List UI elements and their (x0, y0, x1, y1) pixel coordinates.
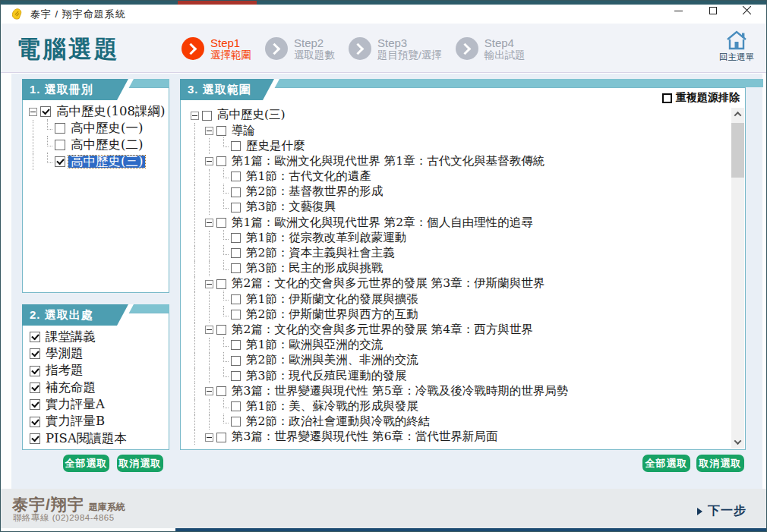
tree-checkbox[interactable] (216, 386, 226, 396)
tree-node-label[interactable]: 第3節：民主的形成與挑戰 (244, 263, 385, 275)
checkbox-item[interactable]: 補充命題 (30, 379, 166, 396)
minus-box-icon[interactable] (29, 108, 37, 116)
checkbox-item[interactable]: 實力評量B (30, 413, 166, 430)
tree-node-label[interactable]: 第2節：資本主義與社會主義 (244, 247, 397, 260)
tree-node-label[interactable]: 第2節：政治社會運動與冷戰的終結 (244, 416, 432, 428)
tree-row[interactable]: 第1節：歐洲與亞洲的交流 (191, 338, 745, 353)
minus-box-icon[interactable] (205, 387, 213, 395)
tree-row[interactable]: 第3篇：世界變遷與現代性 第5章：冷戰及後冷戰時期的世界局勢 (191, 383, 745, 398)
tree-row[interactable]: 第1篇：歐洲文化與現代世界 第2章：個人自由理性的追尋 (191, 215, 745, 230)
source-checkbox[interactable] (30, 433, 40, 444)
home-button[interactable]: 回主選單 (715, 30, 759, 63)
tree-checkbox[interactable] (231, 187, 241, 197)
tree-checkbox[interactable] (202, 111, 212, 121)
tree-row[interactable]: 第1節：伊斯蘭文化的發展與擴張 (191, 291, 745, 307)
tree-node-label[interactable]: 第1節：從宗教改革到啟蒙運動 (244, 232, 409, 244)
tree-node-label[interactable]: 第1篇：歐洲文化與現代世界 第2章：個人自由理性的追尋 (229, 217, 535, 229)
tree-row[interactable]: 第1節：古代文化的遺產 (191, 169, 745, 184)
checkbox-item[interactable]: PISA閱讀題本 (30, 430, 166, 447)
tree-node-label[interactable]: 第3篇：世界變遷與現代性 第6章：當代世界新局面 (229, 431, 500, 443)
tree-checkbox[interactable] (231, 401, 241, 411)
tree-node-label[interactable]: 第1節：伊斯蘭文化的發展與擴張 (244, 294, 421, 306)
checkbox-item[interactable]: 課堂講義 (30, 329, 166, 345)
tree-checkbox[interactable] (216, 325, 226, 335)
tree-checkbox[interactable] (231, 248, 241, 258)
tree-checkbox[interactable] (231, 356, 241, 366)
tree-row[interactable]: 第2節：伊斯蘭世界與西方的互動 (191, 307, 745, 322)
tree-checkbox[interactable] (216, 279, 226, 289)
tree-row[interactable]: 第3篇：世界變遷與現代性 第6章：當代世界新局面 (191, 430, 745, 445)
tree-row[interactable]: 第3節：文藝復興 (191, 200, 745, 215)
tree-node-label[interactable]: 第1節：歐洲與亞洲的交流 (244, 339, 385, 351)
tree-node-label[interactable]: 第3節：現代反殖民運動的發展 (244, 370, 409, 382)
tree-row[interactable]: 歷史是什麼 (191, 138, 745, 153)
tree-checkbox[interactable] (216, 126, 226, 136)
minus-box-icon[interactable] (205, 219, 213, 227)
checkbox-item[interactable]: 實力評量A (30, 396, 166, 413)
tree-node-label[interactable]: 第3篇：世界變遷與現代性 第5章：冷戰及後冷戰時期的世界局勢 (229, 386, 570, 398)
scroll-up-button[interactable] (731, 108, 744, 121)
tree-row[interactable]: 高中歷史(三) (191, 108, 745, 123)
tree-checkbox[interactable] (231, 371, 241, 381)
source-checkbox[interactable] (30, 366, 40, 376)
minus-box-icon[interactable] (205, 433, 213, 442)
tree-node-label[interactable]: 高中歷史(二) (68, 139, 145, 152)
tree-row[interactable]: 高中歷史(二) (29, 137, 169, 153)
tree-node-label[interactable]: 高中歷史(三) (68, 156, 145, 168)
tree-node-label[interactable]: 導論 (229, 125, 257, 137)
tree-checkbox[interactable] (55, 140, 65, 150)
tree-checkbox[interactable] (231, 417, 241, 427)
minus-box-icon[interactable] (191, 112, 199, 120)
minus-box-icon[interactable] (205, 157, 213, 165)
tree-row[interactable]: 第1節：從宗教改革到啟蒙運動 (191, 231, 745, 246)
sources-select-all-button[interactable]: 全部選取 (63, 455, 109, 472)
tree-checkbox[interactable] (231, 340, 241, 350)
tree-row[interactable]: 第2篇：文化的交會與多元世界的發展 第3章：伊斯蘭與世界 (191, 276, 745, 291)
tree-node-label[interactable]: 第3節：文藝復興 (244, 201, 338, 213)
tree-node-label[interactable]: 第1節：古代文化的遺產 (244, 171, 374, 183)
tree-checkbox[interactable] (216, 218, 226, 228)
source-checkbox[interactable] (30, 417, 40, 427)
tree-row[interactable]: 第2節：歐洲與美洲、非洲的交流 (191, 353, 745, 368)
tree-node-label[interactable]: 第2節：伊斯蘭世界與西方的互動 (244, 309, 421, 321)
sources-deselect-all-button[interactable]: 取消選取 (117, 455, 163, 472)
tree-checkbox[interactable] (216, 156, 226, 166)
minus-box-icon[interactable] (205, 326, 213, 334)
tree-checkbox[interactable] (216, 433, 226, 442)
tree-checkbox[interactable] (231, 263, 241, 273)
tree-node-label[interactable]: 第1篇：歐洲文化與現代世界 第1章：古代文化與基督教傳統 (229, 156, 547, 168)
tree-row[interactable]: 第3節：民主的形成與挑戰 (191, 261, 745, 276)
tree-node-label[interactable]: 高中歷史(三) (215, 109, 288, 121)
tree-node-label[interactable]: 第2篇：文化的交會與多元世界的發展 第4章：西方與世界 (229, 324, 535, 336)
tree-checkbox[interactable] (231, 294, 241, 304)
tree-checkbox[interactable] (55, 156, 65, 167)
tree-node-label[interactable]: 歷史是什麼 (244, 140, 308, 153)
tree-row[interactable]: 第2節：資本主義與社會主義 (191, 246, 745, 261)
tree-row[interactable]: 第2節：政治社會運動與冷戰的終結 (191, 414, 745, 430)
range-select-all-button[interactable]: 全部選取 (642, 455, 690, 472)
tree-row[interactable]: 第2節：基督教世界的形成 (191, 184, 745, 200)
tree-row[interactable]: 第2篇：文化的交會與多元世界的發展 第4章：西方與世界 (191, 323, 745, 338)
tree-row[interactable]: 高中歷史(三) (29, 153, 169, 170)
dedupe-option[interactable]: 重複題源排除 (662, 91, 740, 105)
tree-node-label[interactable]: 第2節：歐洲與美洲、非洲的交流 (244, 354, 421, 367)
tree-node-label[interactable]: 高中歷史(一) (68, 122, 145, 135)
scroll-down-button[interactable] (731, 436, 744, 449)
tree-checkbox[interactable] (231, 310, 241, 320)
tree-checkbox[interactable] (231, 203, 241, 212)
dedupe-checkbox[interactable] (662, 93, 672, 103)
tree-row[interactable]: 第3節：現代反殖民運動的發展 (191, 368, 745, 383)
source-checkbox[interactable] (30, 348, 40, 359)
range-deselect-all-button[interactable]: 取消選取 (696, 455, 744, 472)
maximize-button[interactable] (702, 3, 724, 18)
tree-checkbox[interactable] (40, 106, 51, 117)
next-step-button[interactable]: 下一步 (697, 503, 746, 519)
minimize-button[interactable] (667, 3, 690, 18)
tree-row[interactable]: 第1節：美、蘇冷戰的形成與發展 (191, 399, 745, 414)
scrollbar-thumb[interactable] (731, 123, 744, 178)
close-button[interactable] (735, 3, 758, 18)
tree-node-label[interactable]: 第1節：美、蘇冷戰的形成與發展 (244, 401, 421, 413)
checkbox-item[interactable]: 指考題 (30, 363, 166, 379)
tree-node-label[interactable]: 第2節：基督教世界的形成 (244, 186, 385, 198)
tree-checkbox[interactable] (231, 141, 241, 151)
